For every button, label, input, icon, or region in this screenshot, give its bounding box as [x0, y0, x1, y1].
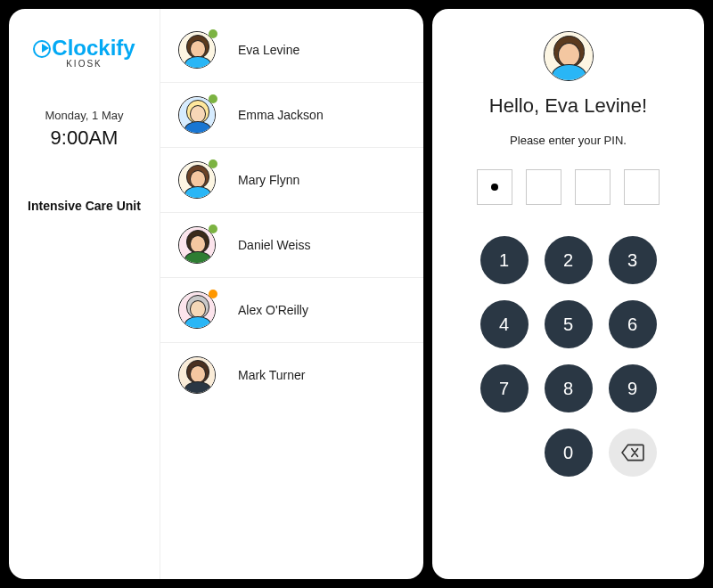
employee-name: Eva Levine: [238, 43, 299, 57]
kiosk-list-panel: Clockify KIOSK Monday, 1 May 9:00AM Inte…: [9, 9, 423, 579]
employee-list-item[interactable]: Daniel Weiss: [160, 213, 423, 278]
status-dot: [209, 290, 217, 298]
employee-name: Mark Turner: [238, 368, 305, 382]
employee-list-item[interactable]: Emma Jackson: [160, 83, 423, 148]
employee-list-item[interactable]: Eva Levine: [160, 18, 423, 83]
greeting-suffix: !: [642, 94, 647, 117]
keypad-key-4[interactable]: 4: [480, 300, 529, 348]
employee-avatar: [178, 161, 216, 199]
employee-list-item[interactable]: Alex O'Reilly: [160, 278, 423, 343]
keypad-key-6[interactable]: 6: [609, 300, 657, 348]
employee-avatar: [178, 31, 216, 69]
employee-avatar: [178, 291, 216, 329]
employee-name: Daniel Weiss: [238, 238, 310, 252]
employee-avatar: [178, 226, 216, 264]
status-dot: [209, 225, 217, 233]
employee-name: Mary Flynn: [238, 173, 299, 187]
pin-instruction: Please enter your PIN.: [510, 134, 627, 147]
employee-avatar: [178, 356, 216, 394]
employee-avatar: [178, 96, 216, 134]
keypad-key-0[interactable]: 0: [545, 429, 593, 477]
sidebar: Clockify KIOSK Monday, 1 May 9:00AM Inte…: [9, 9, 160, 579]
greeting-text: Hello, Eva Levine!: [489, 94, 647, 118]
status-dot: [209, 29, 217, 38]
greeting-prefix: Hello,: [489, 94, 545, 117]
keypad-key-1[interactable]: 1: [480, 236, 529, 284]
app-logo: Clockify KIOSK: [18, 36, 151, 69]
backspace-icon: [621, 444, 644, 461]
app-subtitle: KIOSK: [18, 59, 151, 69]
pin-input-row: [477, 169, 660, 205]
selected-user-avatar: [544, 31, 594, 81]
greeting-name: Eva Levine: [545, 94, 642, 117]
pin-digit-box: [526, 169, 561, 205]
employee-list-item[interactable]: Mary Flynn: [160, 148, 423, 213]
app-name: Clockify: [52, 36, 135, 60]
pin-keypad: 1234567890: [480, 236, 657, 477]
current-date: Monday, 1 May: [18, 109, 151, 122]
employee-name: Emma Jackson: [238, 108, 324, 122]
keypad-key-3[interactable]: 3: [609, 236, 657, 284]
employee-list-item[interactable]: Mark Turner: [160, 343, 423, 407]
pin-digit-box: [624, 169, 660, 205]
keypad-key-5[interactable]: 5: [545, 300, 593, 348]
keypad-delete-button[interactable]: [609, 429, 657, 477]
pin-digit-box: [575, 169, 611, 205]
current-time: 9:00AM: [18, 127, 151, 150]
keypad-key-2[interactable]: 2: [545, 236, 593, 284]
keypad-key-8[interactable]: 8: [545, 364, 593, 412]
keypad-key-7[interactable]: 7: [480, 364, 529, 412]
employee-list: Eva LevineEmma JacksonMary FlynnDaniel W…: [160, 9, 423, 579]
pin-entry-panel: Hello, Eva Levine! Please enter your PIN…: [432, 9, 704, 579]
employee-name: Alex O'Reilly: [238, 303, 308, 317]
unit-name: Intensive Care Unit: [18, 199, 151, 213]
status-dot: [209, 94, 217, 103]
keypad-key-9[interactable]: 9: [609, 364, 657, 412]
pin-digit-box: [477, 169, 512, 205]
clock-icon: [33, 40, 51, 58]
logo-text: Clockify: [33, 36, 135, 60]
pin-dot-icon: [491, 184, 498, 191]
status-dot: [209, 159, 217, 168]
